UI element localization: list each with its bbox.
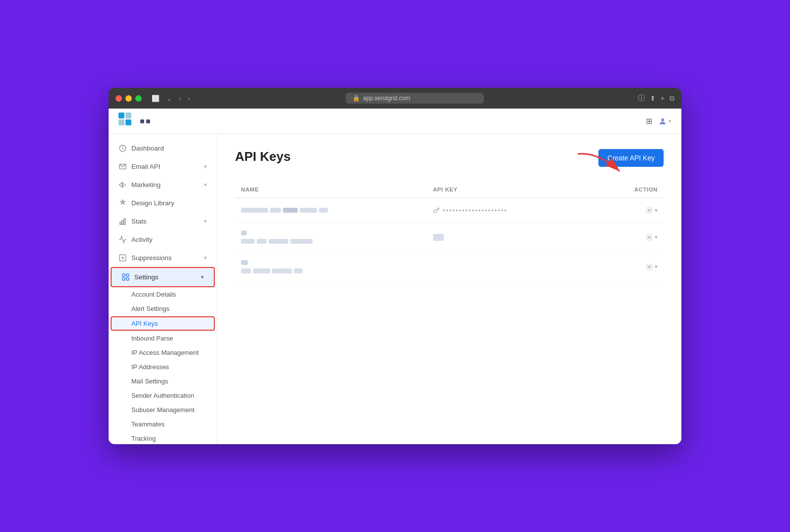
browser-actions: ⓘ ⬆ + ⧉ (638, 94, 674, 103)
sidebar-toggle-icon[interactable]: ⬜ (150, 94, 161, 103)
submenu-api-keys[interactable]: API Keys (111, 316, 215, 331)
sidebar-item-activity[interactable]: Activity (109, 230, 217, 249)
api-key-name-cell-3 (235, 252, 427, 282)
table-row: ▾ (235, 223, 664, 252)
forward-icon[interactable]: › (186, 94, 192, 103)
svg-rect-9 (124, 219, 125, 225)
api-key-value-cell-1: •••••••••••••••••••• (427, 198, 595, 223)
page-header: API Keys Create API Key (235, 149, 664, 167)
submenu-ip-addresses[interactable]: IP Addresses (109, 360, 217, 374)
sidebar-label-marketing: Marketing (131, 181, 160, 189)
api-action-cell-2[interactable]: ▾ (595, 223, 664, 252)
dashboard-icon (118, 144, 127, 152)
submenu-account-details[interactable]: Account Details (109, 287, 217, 302)
submenu-subuser-management[interactable]: Subuser Management (109, 403, 217, 417)
svg-point-17 (648, 236, 650, 238)
minimize-button[interactable] (125, 95, 132, 102)
browser-controls: ⬜ ⌄ ‹ › (150, 94, 192, 103)
action-chevron-icon-1: ▾ (655, 207, 658, 214)
traffic-lights (116, 95, 142, 102)
api-keys-table: NAME API KEY ACTION (235, 182, 664, 282)
svg-rect-1 (125, 113, 131, 118)
sidebar-item-suppressions[interactable]: Suppressions ▾ (109, 249, 217, 267)
lock-icon: 🔒 (353, 95, 360, 102)
sendgrid-logo (118, 113, 136, 130)
action-chevron-icon-3: ▾ (655, 264, 658, 270)
api-key-value-cell-3 (427, 252, 595, 282)
tab-overview-icon[interactable]: ⧉ (670, 94, 674, 103)
gear-icon (645, 233, 653, 241)
settings-chevron-icon: ▾ (201, 274, 204, 280)
content-area: Dashboard Email API ▾ (109, 134, 681, 444)
sidebar-item-stats[interactable]: Stats ▾ (109, 212, 217, 230)
sidebar-item-email-api[interactable]: Email API ▾ (109, 157, 217, 176)
add-tab-icon[interactable]: + (661, 94, 665, 102)
create-api-key-button[interactable]: Create API Key (598, 149, 664, 167)
submenu-inbound-parse[interactable]: Inbound Parse (109, 331, 217, 345)
sidebar: Dashboard Email API ▾ (109, 134, 217, 444)
submenu-ip-access-management[interactable]: IP Access Management (109, 345, 217, 360)
browser-chrome: ⬜ ⌄ ‹ › 🔒 app.sendgrid.com ⓘ ⬆ + ⧉ (109, 88, 681, 109)
stats-icon (118, 217, 127, 226)
table-row: •••••••••••••••••••• ▾ (235, 198, 664, 223)
api-key-dots-1: •••••••••••••••••••• (443, 207, 508, 214)
sidebar-label-design-library: Design Library (131, 199, 174, 207)
svg-point-18 (648, 266, 650, 268)
page-title: API Keys (235, 149, 291, 164)
svg-rect-3 (125, 119, 131, 125)
svg-rect-11 (122, 274, 125, 276)
main-content: API Keys Create API Key NAME API KEY ACT… (217, 134, 681, 444)
back-icon[interactable]: ‹ (177, 94, 183, 103)
maximize-button[interactable] (135, 95, 142, 102)
gear-icon (645, 206, 653, 214)
share-icon[interactable]: ⬆ (650, 94, 656, 102)
url-display[interactable]: app.sendgrid.com (363, 95, 410, 102)
settings-icon (121, 273, 130, 281)
sidebar-label-settings: Settings (134, 273, 158, 281)
submenu-tracking[interactable]: Tracking (109, 431, 217, 444)
sidebar-item-design-library[interactable]: Design Library (109, 194, 217, 212)
svg-rect-14 (126, 278, 129, 280)
design-library-icon (118, 199, 127, 207)
stats-chevron-icon: ▾ (204, 218, 207, 225)
suppressions-chevron-icon: ▾ (204, 255, 207, 261)
settings-submenu: Account Details Alert Settings API Keys … (109, 287, 217, 444)
sidebar-label-email-api: Email API (131, 163, 160, 170)
submenu-sender-authentication[interactable]: Sender Authentication (109, 388, 217, 403)
svg-point-4 (661, 118, 664, 121)
api-key-value-cell-2 (427, 223, 595, 252)
user-menu-button[interactable]: ▾ (658, 117, 672, 126)
api-key-name-cell-1 (235, 198, 427, 223)
svg-rect-13 (122, 278, 125, 280)
sidebar-item-settings[interactable]: Settings ▾ (111, 267, 215, 287)
table-row: ▾ (235, 252, 664, 282)
submenu-mail-settings[interactable]: Mail Settings (109, 374, 217, 388)
svg-rect-8 (122, 220, 123, 225)
column-header-action: ACTION (595, 182, 664, 198)
submenu-teammates[interactable]: Teammates (109, 417, 217, 431)
column-header-api-key: API KEY (427, 182, 595, 198)
svg-point-16 (648, 209, 650, 211)
sidebar-label-suppressions: Suppressions (131, 254, 172, 262)
svg-marker-6 (119, 183, 122, 188)
email-api-chevron-icon: ▾ (204, 163, 207, 170)
sidebar-item-marketing[interactable]: Marketing ▾ (109, 176, 217, 194)
grid-icon[interactable]: ⊞ (646, 116, 652, 126)
key-icon (433, 207, 440, 214)
info-icon[interactable]: ⓘ (638, 94, 645, 103)
sidebar-item-dashboard[interactable]: Dashboard (109, 139, 217, 157)
chevron-down-icon[interactable]: ⌄ (164, 94, 174, 103)
marketing-icon (118, 181, 127, 189)
logo-area (118, 113, 150, 130)
top-bar-right: ⊞ ▾ (646, 116, 672, 126)
submenu-alert-settings[interactable]: Alert Settings (109, 302, 217, 316)
email-icon (118, 162, 127, 171)
activity-icon (118, 235, 127, 244)
logo-text-dots (140, 119, 150, 123)
api-action-cell-3[interactable]: ▾ (595, 252, 664, 282)
action-chevron-icon-2: ▾ (655, 234, 658, 240)
svg-rect-7 (120, 222, 121, 225)
sidebar-label-dashboard: Dashboard (131, 145, 164, 152)
close-button[interactable] (116, 95, 122, 102)
api-action-cell-1[interactable]: ▾ (595, 198, 664, 223)
